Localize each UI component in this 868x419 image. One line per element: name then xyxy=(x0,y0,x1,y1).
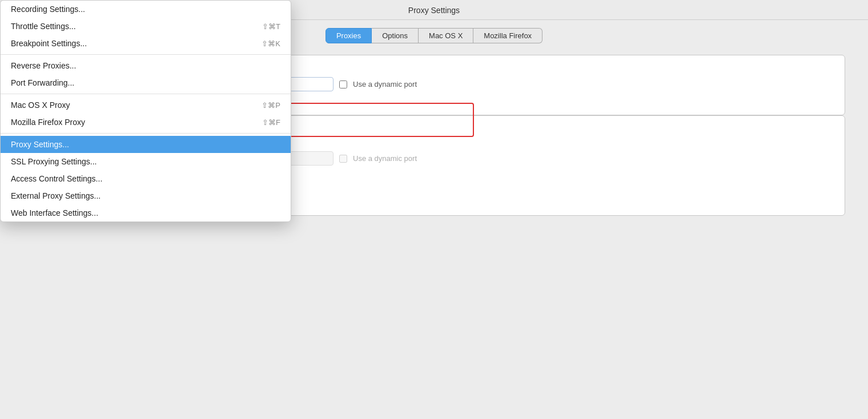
menu-item-label: External Proxy Settings... xyxy=(11,191,101,200)
menu-item-label: Access Control Settings... xyxy=(11,174,102,183)
menu-item-access-control-settings---[interactable]: Access Control Settings... xyxy=(1,170,291,187)
menu-item-label: Web Interface Settings... xyxy=(11,208,98,217)
tab-options[interactable]: Options xyxy=(372,28,419,43)
menu-separator xyxy=(1,54,291,55)
menu-item-port-forwarding---[interactable]: Port Forwarding... xyxy=(1,74,291,91)
tab-proxies[interactable]: Proxies xyxy=(326,28,372,43)
menu-item-external-proxy-settings---[interactable]: External Proxy Settings... xyxy=(1,187,291,204)
menu-item-shortcut: ⇧⌘P xyxy=(262,101,280,110)
tab-macosx[interactable]: Mac OS X xyxy=(419,28,473,43)
menu-item-ssl-proxying-settings---[interactable]: SSL Proxying Settings... xyxy=(1,153,291,170)
http-dynamic-port-checkbox[interactable] xyxy=(339,80,347,88)
menu-separator xyxy=(1,133,291,134)
menu-item-label: Reverse Proxies... xyxy=(11,61,76,70)
menu-item-label: Mac OS X Proxy xyxy=(11,100,70,110)
menu-item-shortcut: ⇧⌘F xyxy=(262,118,280,127)
menu-item-mac-os-x-proxy[interactable]: Mac OS X Proxy⇧⌘P xyxy=(1,96,291,114)
menu-item-label: Mozilla Firefox Proxy xyxy=(11,118,85,127)
socks-dynamic-port-checkbox[interactable] xyxy=(339,155,347,163)
menu-item-label: Recording Settings... xyxy=(11,5,85,14)
tab-firefox[interactable]: Mozilla Firefox xyxy=(473,28,542,43)
menu-item-shortcut: ⇧⌘K xyxy=(262,39,280,48)
menu-item-label: Throttle Settings... xyxy=(11,22,76,31)
menu-item-mozilla-firefox-proxy[interactable]: Mozilla Firefox Proxy⇧⌘F xyxy=(1,114,291,131)
menu-item-recording-settings---[interactable]: Recording Settings... xyxy=(1,1,291,18)
menu-item-reverse-proxies---[interactable]: Reverse Proxies... xyxy=(1,57,291,74)
menu-item-label: Port Forwarding... xyxy=(11,78,74,87)
socks-dynamic-port-label: Use a dynamic port xyxy=(353,154,417,163)
menu-item-throttle-settings---[interactable]: Throttle Settings...⇧⌘T xyxy=(1,18,291,35)
menu-item-breakpoint-settings---[interactable]: Breakpoint Settings...⇧⌘K xyxy=(1,35,291,52)
menu-item-label: Breakpoint Settings... xyxy=(11,39,87,48)
menu-separator xyxy=(1,94,291,94)
menu-item-shortcut: ⇧⌘T xyxy=(262,22,280,31)
dropdown-menu: Recording Settings...Throttle Settings..… xyxy=(0,0,291,222)
menu-item-label: Proxy Settings... xyxy=(11,140,69,149)
menu-item-web-interface-settings---[interactable]: Web Interface Settings... xyxy=(1,204,291,221)
menu-item-label: SSL Proxying Settings... xyxy=(11,157,97,166)
menu-item-proxy-settings---[interactable]: Proxy Settings... xyxy=(1,136,291,153)
http-dynamic-port-label: Use a dynamic port xyxy=(353,80,417,88)
